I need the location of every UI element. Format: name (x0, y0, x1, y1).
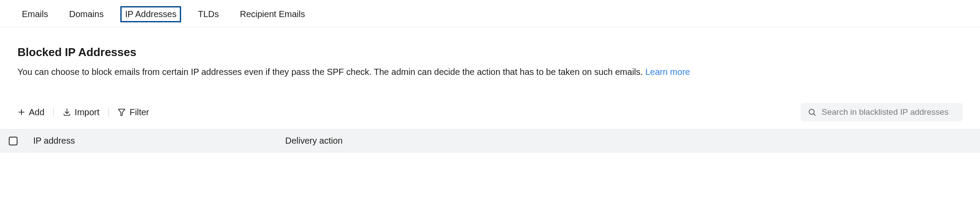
filter-icon (117, 108, 126, 117)
search-input[interactable] (822, 107, 956, 117)
tab-tlds[interactable]: TLDs (193, 7, 223, 22)
column-header-action: Delivery action (285, 136, 343, 146)
import-button[interactable]: Import (63, 107, 100, 117)
toolbar: Add Import Filter (0, 78, 980, 129)
search-icon (808, 108, 816, 117)
tab-recipient-emails[interactable]: Recipient Emails (235, 7, 309, 22)
learn-more-link[interactable]: Learn more (645, 67, 690, 77)
tabs-bar: Emails Domains IP Addresses TLDs Recipie… (0, 0, 980, 27)
select-all-checkbox[interactable] (9, 137, 18, 145)
page-title: Blocked IP Addresses (18, 46, 962, 59)
page-description: You can choose to block emails from cert… (18, 65, 962, 78)
search-box[interactable] (801, 103, 962, 121)
column-header-ip: IP address (33, 136, 270, 146)
plus-icon (18, 108, 25, 116)
filter-button-label: Filter (130, 107, 149, 117)
content-area: Blocked IP Addresses You can choose to b… (0, 27, 980, 78)
tab-emails[interactable]: Emails (18, 7, 52, 22)
toolbar-left: Add Import Filter (18, 107, 149, 117)
add-button-label: Add (29, 107, 45, 117)
svg-line-4 (814, 114, 816, 116)
import-button-label: Import (75, 107, 100, 117)
svg-marker-2 (119, 109, 125, 116)
table-header: IP address Delivery action (0, 129, 980, 152)
page-description-text: You can choose to block emails from cert… (18, 67, 643, 77)
tab-domains[interactable]: Domains (65, 7, 108, 22)
import-icon (63, 108, 71, 117)
toolbar-divider (53, 107, 54, 117)
filter-button[interactable]: Filter (117, 107, 149, 117)
toolbar-divider (108, 107, 108, 117)
tab-ip-addresses[interactable]: IP Addresses (120, 6, 181, 22)
add-button[interactable]: Add (18, 107, 45, 117)
